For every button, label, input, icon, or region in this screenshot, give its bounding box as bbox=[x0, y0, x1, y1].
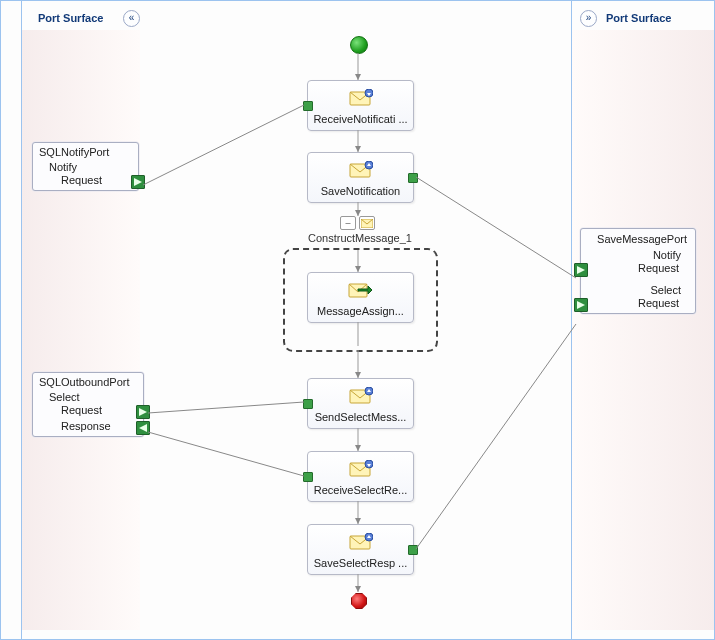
svg-marker-1 bbox=[139, 408, 147, 416]
svg-line-32 bbox=[143, 105, 304, 185]
shape-label: ReceiveNotificati ... bbox=[308, 111, 413, 130]
shape-receive-select-response[interactable]: ReceiveSelectRe... bbox=[307, 451, 414, 502]
start-icon bbox=[350, 36, 368, 54]
port-connector-icon[interactable] bbox=[131, 175, 145, 189]
shape-label: SendSelectMess... bbox=[308, 409, 413, 428]
envelope-icon bbox=[359, 216, 375, 230]
port-title: SQLNotifyPort bbox=[33, 143, 138, 159]
svg-marker-4 bbox=[577, 301, 585, 309]
port-sqlnotify[interactable]: SQLNotifyPort Notify Request bbox=[32, 142, 139, 191]
end-icon bbox=[351, 593, 367, 609]
grid-line bbox=[0, 0, 1, 640]
right-port-surface-title: Port Surface bbox=[606, 12, 671, 24]
receive-icon bbox=[308, 452, 413, 482]
port-operation: Notify bbox=[33, 159, 138, 174]
svg-line-35 bbox=[148, 432, 304, 476]
assign-icon bbox=[308, 273, 413, 303]
grid-line bbox=[0, 0, 714, 1]
port-message-request[interactable]: Request bbox=[33, 174, 138, 190]
collapse-icon[interactable]: – bbox=[340, 216, 356, 230]
left-port-surface-title: Port Surface bbox=[38, 12, 103, 24]
shape-connector-left[interactable] bbox=[303, 472, 313, 482]
shape-label: MessageAssign... bbox=[308, 303, 413, 322]
svg-line-33 bbox=[416, 177, 576, 278]
port-message-response[interactable]: Response bbox=[33, 420, 143, 436]
collapse-left-icon[interactable]: « bbox=[123, 10, 140, 27]
port-connector-icon[interactable] bbox=[136, 421, 150, 435]
send-icon bbox=[308, 525, 413, 555]
port-connector-icon[interactable] bbox=[574, 263, 588, 277]
shape-label: ReceiveSelectRe... bbox=[308, 482, 413, 501]
port-connector-icon[interactable] bbox=[574, 298, 588, 312]
svg-line-34 bbox=[148, 402, 304, 413]
shape-send-select-message[interactable]: SendSelectMess... bbox=[307, 378, 414, 429]
collapse-right-icon[interactable]: » bbox=[580, 10, 597, 27]
svg-line-36 bbox=[416, 324, 576, 549]
shape-connector-right[interactable] bbox=[408, 173, 418, 183]
port-message-request-2[interactable]: Request bbox=[581, 297, 695, 313]
svg-marker-2 bbox=[139, 424, 147, 432]
shape-connector-left[interactable] bbox=[303, 101, 313, 111]
shape-save-select-response[interactable]: SaveSelectResp ... bbox=[307, 524, 414, 575]
send-icon bbox=[308, 379, 413, 409]
port-operation: Select bbox=[33, 389, 143, 404]
receive-icon bbox=[308, 81, 413, 111]
shape-receive-notification[interactable]: ReceiveNotificati ... bbox=[307, 80, 414, 131]
construct-toolbar[interactable]: – bbox=[340, 216, 375, 230]
svg-marker-0 bbox=[134, 178, 142, 186]
shape-message-assign[interactable]: MessageAssign... bbox=[307, 272, 414, 323]
shape-label: SaveNotification bbox=[308, 183, 413, 202]
construct-title: ConstructMessage_1 bbox=[300, 232, 420, 244]
shape-label: SaveSelectResp ... bbox=[308, 555, 413, 574]
right-port-surface-area bbox=[572, 30, 714, 630]
port-operation-select: Select bbox=[581, 278, 695, 297]
port-message-request[interactable]: Request bbox=[33, 404, 143, 420]
shape-connector-right[interactable] bbox=[408, 545, 418, 555]
port-title: SQLOutboundPort bbox=[33, 373, 143, 389]
port-savemessage[interactable]: SaveMessagePort Notify Request Select Re… bbox=[580, 228, 696, 314]
port-operation-notify: Notify bbox=[581, 247, 695, 262]
send-icon bbox=[308, 153, 413, 183]
shape-save-notification[interactable]: SaveNotification bbox=[307, 152, 414, 203]
svg-marker-3 bbox=[577, 266, 585, 274]
port-sqloutbound[interactable]: SQLOutboundPort Select Request Response bbox=[32, 372, 144, 437]
shape-connector-left[interactable] bbox=[303, 399, 313, 409]
port-title: SaveMessagePort bbox=[581, 229, 695, 247]
orchestration-canvas: Port Surface Port Surface « » SQLNotifyP… bbox=[0, 0, 715, 640]
port-connector-icon[interactable] bbox=[136, 405, 150, 419]
port-message-request[interactable]: Request bbox=[581, 262, 695, 278]
left-port-surface-area bbox=[22, 30, 140, 630]
